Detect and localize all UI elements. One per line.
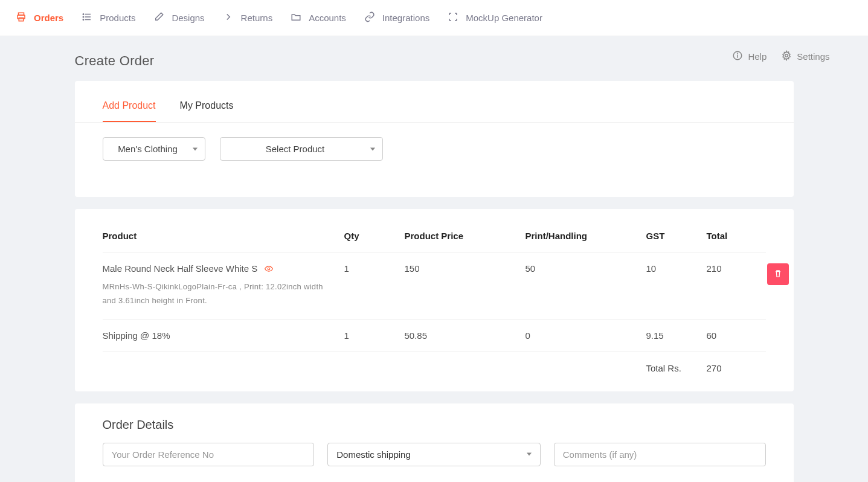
nav-orders[interactable]: Orders bbox=[16, 11, 63, 24]
chevron-right-icon bbox=[223, 11, 234, 24]
add-product-panel: Add Product My Products Men's Clothing S… bbox=[75, 81, 794, 197]
th-print: Print/Handling bbox=[526, 231, 646, 241]
nav-label: Integrations bbox=[382, 13, 429, 23]
product-tabs: Add Product My Products bbox=[75, 81, 794, 123]
th-qty: Qty bbox=[344, 231, 405, 241]
th-price: Product Price bbox=[405, 231, 526, 241]
svg-point-5 bbox=[83, 16, 84, 18]
info-icon bbox=[732, 50, 743, 63]
delete-button[interactable] bbox=[767, 263, 789, 285]
gear-icon bbox=[781, 50, 792, 63]
svg-point-13 bbox=[268, 268, 271, 270]
order-items-panel: Product Qty Product Price Print/Handling… bbox=[75, 209, 794, 391]
cell-total: 60 bbox=[707, 330, 767, 341]
cell-gst: 10 bbox=[646, 263, 707, 274]
nav-mockup[interactable]: MockUp Generator bbox=[448, 11, 542, 24]
help-label: Help bbox=[748, 51, 767, 62]
top-nav: Orders Products Designs Returns Accounts… bbox=[0, 0, 868, 36]
tab-add-product[interactable]: Add Product bbox=[103, 93, 156, 122]
eye-icon[interactable] bbox=[263, 265, 274, 273]
product-detail: MRnHs-Wh-S-QikinkLogoPlain-Fr-ca , Print… bbox=[103, 280, 326, 308]
product-value: Select Product bbox=[266, 144, 325, 154]
pencil-icon bbox=[153, 11, 164, 24]
settings-link[interactable]: Settings bbox=[781, 50, 829, 63]
category-value: Men's Clothing bbox=[118, 144, 178, 154]
link-icon bbox=[364, 11, 375, 24]
category-select[interactable]: Men's Clothing bbox=[103, 137, 205, 161]
cell-print: 50 bbox=[526, 263, 646, 274]
cell-total: 210 bbox=[707, 263, 767, 274]
printer-icon bbox=[16, 11, 27, 24]
nav-label: Returns bbox=[241, 13, 273, 23]
product-select[interactable]: Select Product bbox=[220, 137, 383, 161]
th-gst: GST bbox=[646, 231, 707, 241]
th-total: Total bbox=[707, 231, 767, 241]
trash-icon bbox=[773, 269, 783, 280]
table-row: Male Round Neck Half Sleeve White S MRnH… bbox=[103, 252, 766, 320]
tab-my-products[interactable]: My Products bbox=[180, 93, 234, 122]
cell-qty: 1 bbox=[344, 330, 405, 341]
nav-label: Accounts bbox=[309, 13, 346, 23]
table-row: Shipping @ 18% 1 50.85 0 9.15 60 bbox=[103, 320, 766, 352]
caret-down-icon bbox=[193, 147, 198, 150]
help-link[interactable]: Help bbox=[732, 50, 767, 63]
comments-input[interactable] bbox=[554, 443, 766, 466]
order-details-panel: Order Details Domestic shipping bbox=[75, 403, 794, 482]
cell-price: 150 bbox=[405, 263, 526, 274]
nav-products[interactable]: Products bbox=[82, 11, 135, 24]
list-icon bbox=[82, 11, 92, 24]
th-product: Product bbox=[103, 231, 344, 241]
svg-point-3 bbox=[83, 14, 84, 15]
nav-label: Orders bbox=[34, 13, 63, 23]
order-details-title: Order Details bbox=[103, 418, 766, 432]
svg-point-11 bbox=[738, 53, 738, 54]
settings-label: Settings bbox=[797, 51, 829, 62]
total-label: Total Rs. bbox=[646, 363, 707, 373]
total-row: Total Rs. 270 bbox=[103, 352, 766, 373]
cell-price: 50.85 bbox=[405, 330, 526, 341]
nav-label: Products bbox=[100, 13, 135, 23]
cell-qty: 1 bbox=[344, 263, 405, 274]
cell-gst: 9.15 bbox=[646, 330, 707, 341]
total-value: 270 bbox=[707, 363, 767, 373]
cell-print: 0 bbox=[526, 330, 646, 341]
nav-accounts[interactable]: Accounts bbox=[291, 11, 346, 24]
nav-integrations[interactable]: Integrations bbox=[364, 11, 429, 24]
svg-point-7 bbox=[83, 19, 84, 21]
order-reference-input[interactable] bbox=[103, 443, 315, 466]
nav-label: Designs bbox=[172, 13, 204, 23]
page-title: Create Order bbox=[75, 53, 155, 69]
nav-returns[interactable]: Returns bbox=[223, 11, 273, 24]
page-header: Create Order Help Settings bbox=[75, 36, 794, 81]
nav-label: MockUp Generator bbox=[466, 13, 542, 23]
expand-icon bbox=[448, 11, 458, 24]
folder-icon bbox=[291, 11, 301, 24]
shipping-select[interactable]: Domestic shipping bbox=[327, 443, 541, 466]
product-name: Shipping @ 18% bbox=[103, 330, 170, 341]
caret-down-icon bbox=[370, 147, 375, 150]
product-name: Male Round Neck Half Sleeve White S bbox=[103, 263, 258, 274]
svg-point-12 bbox=[785, 54, 788, 57]
shipping-value: Domestic shipping bbox=[336, 449, 411, 460]
table-header: Product Qty Product Price Print/Handling… bbox=[103, 220, 766, 252]
caret-down-icon bbox=[527, 453, 532, 456]
nav-designs[interactable]: Designs bbox=[153, 11, 204, 24]
